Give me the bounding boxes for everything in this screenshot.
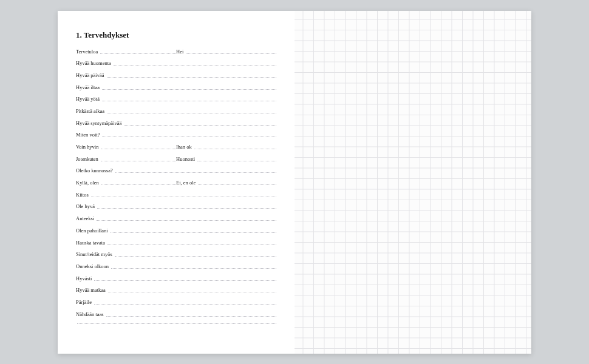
vocabulary-term: Nähdään taas xyxy=(76,311,105,317)
vocabulary-cell: Jotenkuten xyxy=(76,156,176,162)
dotted-fill-line xyxy=(102,136,276,137)
vocabulary-term: Pitkästä aikaa xyxy=(76,108,106,114)
dotted-fill-line xyxy=(102,101,276,101)
vocabulary-row: Hyvää huomenta xyxy=(76,60,276,72)
vocabulary-row: Hyvää iltaa xyxy=(76,84,276,96)
vocabulary-cell: Hyvää matkaa xyxy=(76,287,276,293)
dotted-fill-line xyxy=(97,220,276,221)
dotted-fill-line xyxy=(97,208,276,209)
book-spread: 1. Tervehdykset TervetuloaHeiHyvää huome… xyxy=(58,11,531,354)
vocabulary-cell: Hei xyxy=(176,49,276,55)
vocabulary-cell: Miten voit? xyxy=(76,132,276,138)
vocabulary-row: Anteeksi xyxy=(76,215,276,228)
dotted-fill-line xyxy=(111,268,276,269)
vocabulary-term: Ole hyvä xyxy=(76,203,96,209)
vocabulary-cell: Oletko kunnossa? xyxy=(76,167,276,174)
vocabulary-cell: Hyvää syntymäpäivää xyxy=(76,120,276,126)
vocabulary-term: Tervetuloa xyxy=(76,49,99,55)
right-page xyxy=(294,11,531,354)
vocabulary-term: Kyllä, olen xyxy=(76,180,100,186)
dotted-fill-line xyxy=(101,161,176,161)
vocabulary-cell: Hyvää huomenta xyxy=(76,60,276,66)
vocabulary-term: Oletko kunnossa? xyxy=(76,167,114,174)
vocabulary-row: Pitkästä aikaa xyxy=(76,108,276,120)
vocabulary-cell: Ei, en ole xyxy=(176,180,276,186)
dotted-fill-line xyxy=(100,53,176,54)
vocabulary-cell: Hyvää päivää xyxy=(76,72,276,78)
vocabulary-term: Sinut/teidät myös xyxy=(76,251,114,257)
vocabulary-term: Pärjäile xyxy=(76,299,93,305)
vocabulary-row: Oletko kunnossa? xyxy=(76,167,276,180)
vocabulary-term: Hyvästi xyxy=(76,275,93,281)
vocabulary-row: Pärjäile xyxy=(76,299,276,311)
vocabulary-row: Kiitos xyxy=(76,192,276,204)
vocabulary-term: Hyvää huomenta xyxy=(76,60,112,66)
dotted-fill-line xyxy=(94,280,276,281)
vocabulary-row: Onneksi olkoon xyxy=(76,263,276,275)
vocabulary-row: TervetuloaHei xyxy=(76,49,276,61)
vocabulary-cell: Voin hyvin xyxy=(76,144,176,150)
dotted-fill-line xyxy=(198,184,276,185)
dotted-fill-line xyxy=(111,232,276,233)
dotted-fill-line xyxy=(108,292,276,292)
vocabulary-row: Kyllä, olenEi, en ole xyxy=(76,180,276,192)
vocabulary-term: Ei, en ole xyxy=(176,180,197,186)
dotted-fill-line xyxy=(107,77,277,78)
dotted-fill-line xyxy=(101,149,176,149)
vocabulary-cell xyxy=(76,323,276,323)
vocabulary-term: Hei xyxy=(176,49,185,55)
vocabulary-row: Hyvää syntymäpäivää xyxy=(76,120,276,132)
vocabulary-cell: Onneksi olkoon xyxy=(76,263,276,269)
vocabulary-cell: Tervetuloa xyxy=(76,49,176,55)
vocabulary-term: Hyvää iltaa xyxy=(76,84,101,90)
graph-paper-grid xyxy=(294,11,531,354)
vocabulary-row: JotenkutenHuonosti xyxy=(76,156,276,168)
vocabulary-cell: Anteeksi xyxy=(76,215,276,221)
vocabulary-row: Hyvästi xyxy=(76,275,276,288)
vocabulary-row: Nähdään taas xyxy=(76,311,276,323)
dotted-fill-line xyxy=(124,125,276,126)
dotted-fill-line xyxy=(186,53,276,54)
vocabulary-row: Hyvää matkaa xyxy=(76,287,276,299)
vocabulary-list: TervetuloaHeiHyvää huomentaHyvää päivääH… xyxy=(76,49,276,335)
page-heading: 1. Tervehdykset xyxy=(76,30,276,40)
vocabulary-row: Hyvää päivää xyxy=(76,72,276,84)
dotted-fill-line xyxy=(194,149,276,149)
vocabulary-cell: Hyvää iltaa xyxy=(76,84,276,90)
vocabulary-row: Hauska tavata xyxy=(76,240,276,252)
vocabulary-cell: Kiitos xyxy=(76,192,276,198)
vocabulary-term: Hyvää päivää xyxy=(76,72,106,78)
dotted-fill-line xyxy=(107,113,276,113)
vocabulary-term: Jotenkuten xyxy=(76,156,100,162)
vocabulary-term: Olen pahoillani xyxy=(76,228,109,234)
vocabulary-term: Ihan ok xyxy=(176,144,193,150)
left-page: 1. Tervehdykset TervetuloaHeiHyvää huome… xyxy=(58,11,294,354)
vocabulary-cell: Pärjäile xyxy=(76,299,276,305)
dotted-fill-line xyxy=(101,184,176,185)
vocabulary-term: Miten voit? xyxy=(76,132,101,138)
vocabulary-cell: Olen pahoillani xyxy=(76,228,276,234)
vocabulary-term: Hauska tavata xyxy=(76,240,106,246)
vocabulary-cell: Hyvästi xyxy=(76,275,276,281)
vocabulary-term: Hyvää syntymäpäivää xyxy=(76,120,123,126)
vocabulary-row: Sinut/teidät myös xyxy=(76,251,276,263)
vocabulary-cell: Pitkästä aikaa xyxy=(76,108,276,114)
vocabulary-term: Anteeksi xyxy=(76,215,95,221)
dotted-fill-line xyxy=(107,244,276,245)
vocabulary-cell: Huonosti xyxy=(176,156,276,162)
vocabulary-term: Huonosti xyxy=(176,156,196,162)
vocabulary-cell: Nähdään taas xyxy=(76,311,276,317)
vocabulary-row: Hyvää yötä xyxy=(76,96,276,108)
vocabulary-term: Hyvää matkaa xyxy=(76,287,107,293)
vocabulary-cell: Ihan ok xyxy=(176,144,276,150)
dotted-fill-line xyxy=(115,256,276,257)
dotted-fill-line xyxy=(114,65,276,66)
dotted-fill-line xyxy=(106,316,276,317)
vocabulary-cell: Sinut/teidät myös xyxy=(76,251,276,257)
vocabulary-cell: Hyvää yötä xyxy=(76,96,276,102)
vocabulary-term: Kiitos xyxy=(76,192,90,198)
dotted-fill-line xyxy=(91,197,276,197)
vocabulary-cell: Kyllä, olen xyxy=(76,180,176,186)
vocabulary-term: Onneksi olkoon xyxy=(76,263,110,269)
vocabulary-cell: Hauska tavata xyxy=(76,240,276,246)
